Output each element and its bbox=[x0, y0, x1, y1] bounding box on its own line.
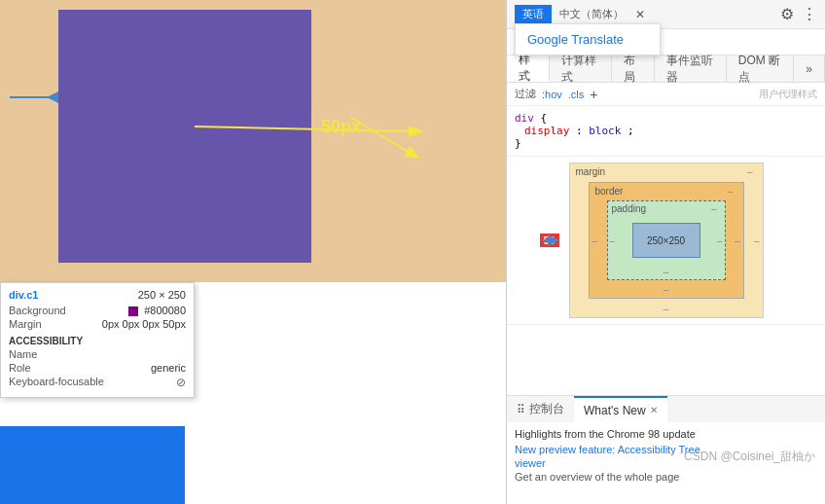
tab-event-listeners[interactable]: 事件监听器 bbox=[655, 55, 726, 82]
border-right-dash: – bbox=[735, 235, 740, 246]
border-label: border bbox=[595, 186, 624, 197]
padding-left-dash: – bbox=[610, 235, 616, 246]
lang-button-english[interactable]: 英语 bbox=[515, 5, 552, 23]
google-translate-popup: Google Translate bbox=[515, 23, 661, 55]
tooltip-background-row: Background #800080 bbox=[9, 305, 186, 316]
margin-bottom-dash: – bbox=[664, 304, 669, 314]
tab-computed[interactable]: 计算样式 bbox=[550, 55, 612, 82]
dots-icon[interactable]: ⋮ bbox=[802, 5, 817, 23]
css-rule: div { bbox=[515, 112, 817, 125]
css-value: block bbox=[589, 125, 621, 137]
content-size: 250×250 bbox=[647, 235, 685, 246]
accessibility-header: ACCESSIBILITY bbox=[9, 336, 186, 346]
role-label: Role bbox=[9, 362, 31, 374]
whats-new-title: Highlights from the Chrome 98 update bbox=[515, 428, 817, 440]
translate-label: Google Translate bbox=[527, 32, 624, 47]
tooltip-title: div.c1 250 × 250 bbox=[9, 289, 186, 301]
box-model-diagram: margin – – – border – – – – padding – bbox=[569, 162, 764, 318]
tab-console-label: 控制台 bbox=[529, 401, 564, 417]
box-model-arrow bbox=[542, 234, 561, 247]
devtools-tabs: 样式 计算样式 布局 事件监听器 DOM 断点 » bbox=[507, 55, 825, 83]
lang-button-chinese[interactable]: 中文（简体） bbox=[552, 5, 631, 23]
background-label: Background bbox=[9, 305, 66, 316]
tab-styles[interactable]: 样式 bbox=[507, 55, 550, 82]
role-value: generic bbox=[151, 362, 186, 374]
keyboard-label: Keyboard-focusable bbox=[9, 376, 104, 389]
tab-more[interactable]: » bbox=[794, 55, 825, 82]
css-declaration: display : block ; bbox=[515, 125, 817, 137]
top-bar-icons: ⚙ ⋮ bbox=[780, 5, 817, 23]
border-left-dash: – bbox=[592, 235, 598, 246]
blue-decorative-box bbox=[0, 426, 185, 504]
element-name: div.c1 bbox=[9, 289, 38, 301]
padding-bottom-dash: – bbox=[664, 267, 669, 277]
padding-label: padding bbox=[612, 203, 647, 214]
css-property: display bbox=[524, 125, 569, 137]
gear-icon[interactable]: ⚙ bbox=[780, 5, 794, 23]
padding-right-dash: – bbox=[717, 235, 723, 246]
filter-label: 过滤 bbox=[515, 87, 536, 101]
bm-content: 250×250 bbox=[632, 223, 700, 258]
whats-new-close[interactable]: ✕ bbox=[650, 405, 658, 415]
user-agent-label: 用户代理样式 bbox=[759, 88, 817, 101]
padding-top-dash: – bbox=[711, 203, 717, 214]
bottom-tabs: ⠿ 控制台 What's New ✕ bbox=[507, 395, 825, 422]
margin-label: Margin bbox=[9, 318, 42, 330]
bm-padding: padding – – – – 250×250 bbox=[607, 200, 726, 280]
tab-layout[interactable]: 布局 bbox=[612, 55, 655, 82]
tooltip-name-row: Name bbox=[9, 348, 186, 360]
whats-new-desc: Get an overview of the whole page bbox=[515, 471, 817, 483]
left-panel: 50px div.c1 bbox=[0, 0, 506, 504]
tab-whats-new[interactable]: What's New ✕ bbox=[574, 396, 667, 422]
margin-right-dash: – bbox=[754, 235, 760, 246]
close-icon[interactable]: ✕ bbox=[635, 8, 645, 21]
whats-new-label: What's New bbox=[584, 404, 646, 417]
element-size: 250 × 250 bbox=[138, 289, 186, 301]
margin-top-dash: – bbox=[747, 166, 753, 177]
purple-box bbox=[58, 10, 311, 263]
keyboard-icon: ⊘ bbox=[176, 376, 186, 389]
margin-value: 0px 0px 0px 50px bbox=[102, 318, 186, 330]
background-value: #800080 bbox=[128, 305, 186, 316]
css-selector: div bbox=[515, 112, 534, 125]
border-top-dash: – bbox=[728, 186, 734, 197]
name-label: Name bbox=[9, 348, 37, 360]
right-panel: 英语 中文（简体） ✕ ⚙ ⋮ Google Translate ht 样式 计… bbox=[506, 0, 825, 504]
color-swatch bbox=[128, 306, 138, 316]
tooltip-role-row: Role generic bbox=[9, 362, 186, 374]
filter-cls[interactable]: .cls bbox=[568, 89, 585, 100]
tooltip-margin-row: Margin 0px 0px 0px 50px bbox=[9, 318, 186, 330]
canvas-area: 50px bbox=[0, 0, 506, 282]
margin-label: margin bbox=[576, 166, 606, 177]
yellow-label: 50px bbox=[321, 117, 361, 137]
css-editor: div { display : block ; } bbox=[507, 106, 825, 157]
box-model-container: 50 margin – – – bbox=[569, 162, 764, 318]
console-icon: ⠿ bbox=[517, 403, 525, 416]
border-bottom-dash: – bbox=[664, 284, 669, 295]
tab-console[interactable]: ⠿ 控制台 bbox=[507, 396, 574, 422]
spacer bbox=[507, 325, 825, 395]
filter-bar: 过滤 :hov .cls + 用户代理样式 bbox=[507, 83, 825, 106]
bm-border: border – – – – padding – – – – 250×2 bbox=[589, 182, 744, 299]
box-model-area: 50 margin – – – bbox=[507, 157, 825, 325]
tooltip-keyboard-row: Keyboard-focusable ⊘ bbox=[9, 376, 186, 389]
tab-dom-breakpoints[interactable]: DOM 断点 bbox=[727, 55, 795, 82]
watermark: CSDN @Coisinei_甜柚か bbox=[684, 449, 815, 465]
filter-hov[interactable]: :hov bbox=[542, 89, 562, 100]
plus-icon[interactable]: + bbox=[590, 87, 597, 102]
tooltip-panel: div.c1 250 × 250 Background #800080 Marg… bbox=[0, 282, 195, 398]
